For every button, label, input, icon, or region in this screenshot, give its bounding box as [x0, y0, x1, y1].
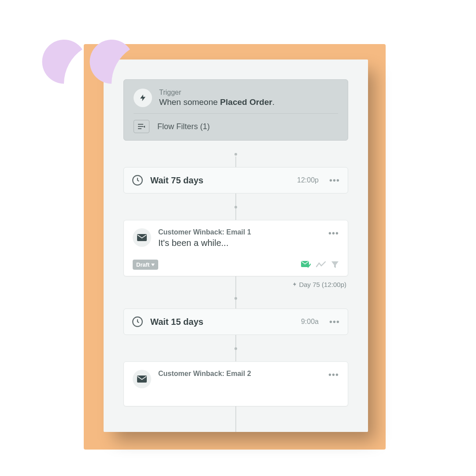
flow-panel: Trigger When someone Placed Order. Flow … — [104, 60, 368, 432]
clock-icon — [132, 316, 143, 327]
day-label-text: Day 75 (12:00p) — [299, 281, 346, 288]
email-1-status-badge[interactable]: Draft — [133, 260, 158, 270]
day-schedule-label: Day 75 (12:00p) — [123, 281, 346, 288]
svg-rect-5 — [137, 234, 147, 241]
wait-1-text: Wait 75 days — [150, 175, 290, 186]
wait-step-2[interactable]: Wait 15 days 9:00a ••• — [123, 309, 348, 335]
wait-2-text: Wait 15 days — [150, 317, 294, 327]
wait-step-1[interactable]: Wait 75 days 12:00p ••• — [123, 167, 348, 193]
connector-dot — [234, 153, 237, 156]
email-step-2[interactable]: Customer Winback: Email 2 ••• — [123, 361, 348, 406]
trigger-desc-prefix: When someone — [159, 97, 220, 107]
quote-decoration-icon — [42, 18, 137, 88]
wait-2-time: 9:00a — [301, 318, 319, 326]
email-2-title: Customer Winback: Email 2 — [158, 370, 321, 378]
trigger-desc-suffix: . — [272, 97, 275, 107]
flow-filters-row[interactable]: Flow Filters (1) — [134, 113, 338, 133]
smart-send-icon[interactable] — [301, 261, 311, 269]
lightning-icon — [134, 89, 152, 107]
email-1-subject: It's been a while... — [158, 238, 321, 248]
filter-icon[interactable] — [331, 261, 339, 269]
svg-marker-3 — [143, 126, 145, 128]
trigger-label: Trigger — [159, 89, 275, 97]
envelope-icon — [133, 228, 151, 247]
email-step-1[interactable]: Customer Winback: Email 1 It's been a wh… — [123, 220, 348, 276]
clock-icon — [132, 175, 143, 186]
wait-2-more-button[interactable]: ••• — [329, 317, 340, 327]
flow-filters-label: Flow Filters (1) — [157, 122, 210, 131]
trigger-desc-bold: Placed Order — [220, 97, 272, 107]
trigger-description: When someone Placed Order. — [159, 97, 275, 107]
wait-1-more-button[interactable]: ••• — [329, 175, 340, 186]
email-1-status-text: Draft — [136, 261, 149, 268]
caret-down-icon — [151, 264, 155, 266]
svg-rect-8 — [137, 376, 147, 383]
envelope-icon — [133, 370, 151, 388]
wait-1-time: 12:00p — [297, 176, 319, 184]
analytics-icon[interactable] — [316, 261, 326, 268]
connector-dot — [234, 347, 237, 350]
trigger-card[interactable]: Trigger When someone Placed Order. Flow … — [123, 79, 348, 141]
email-1-more-button[interactable]: ••• — [328, 228, 339, 238]
connector-dot — [234, 297, 237, 300]
filter-list-icon — [134, 120, 149, 133]
connector-dot — [234, 206, 237, 208]
email-2-more-button[interactable]: ••• — [328, 370, 339, 380]
email-1-title: Customer Winback: Email 1 — [158, 228, 321, 236]
